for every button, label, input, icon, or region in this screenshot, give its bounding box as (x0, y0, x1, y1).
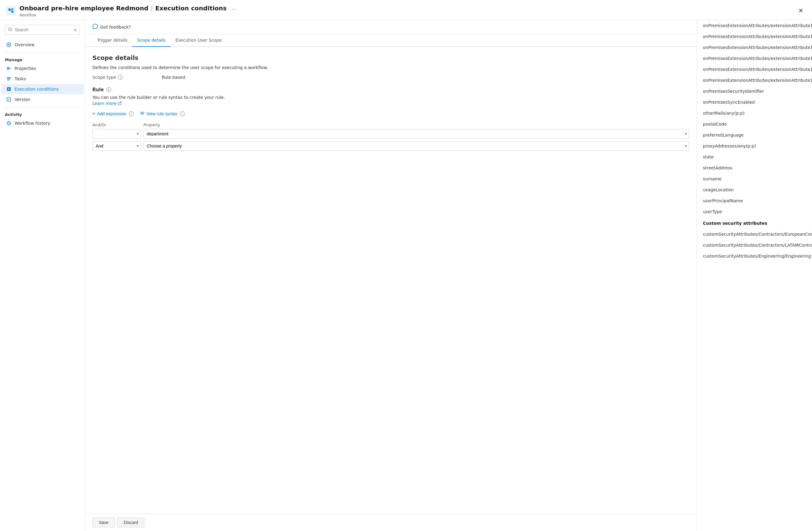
scope-type-label: Scope type i (92, 75, 123, 80)
svg-rect-12 (7, 77, 11, 78)
dropdown-item[interactable]: otherMails/any(p:p) (697, 108, 812, 118)
svg-line-3 (10, 9, 12, 10)
sidebar-item-version[interactable]: v Version (1, 94, 84, 104)
dropdown-item[interactable]: onPremisesSecurityIdentifier (697, 86, 812, 97)
learn-more-link[interactable]: Learn more (92, 101, 121, 106)
scope-type-value: Rule based (162, 75, 185, 80)
dropdown-item[interactable]: state (697, 152, 812, 163)
svg-point-8 (8, 44, 10, 45)
dropdown-item[interactable]: proxyAddresses/any(p:p) (697, 140, 812, 152)
dropdown-item[interactable]: usageLocation (697, 184, 812, 195)
sidebar-item-properties[interactable]: Properties (1, 63, 84, 74)
scope-description: Defines the conditions used to determine… (92, 65, 689, 70)
svg-rect-13 (7, 79, 11, 79)
dropdown-item[interactable]: onPremisesSyncEnabled (697, 97, 812, 108)
svg-rect-9 (7, 67, 10, 68)
tasks-icon (6, 76, 12, 82)
scope-type-row: Scope type i Rule based (92, 75, 689, 80)
manage-divider (5, 52, 80, 53)
dropdown-item[interactable]: preferredLanguage (697, 129, 812, 140)
dropdown-panel: onPremisesExtensionAttributes/extensionA… (697, 20, 812, 531)
workflow-icon (6, 6, 16, 15)
rule-table: And/Or Property And Or ▾ (92, 123, 689, 151)
properties-label: Properties (15, 66, 36, 71)
activity-section-label: Activity (0, 110, 85, 118)
dropdown-item[interactable]: customSecurityAttributes/Engineering/Eng… (697, 251, 812, 262)
dropdown-item[interactable]: customSecurityAttributes/Contractors/Eur… (697, 229, 812, 240)
workflow-history-label: Workflow history (15, 121, 50, 126)
dropdown-item[interactable]: postalCode (697, 118, 812, 129)
dropdown-item[interactable]: userType (697, 206, 812, 217)
sidebar-item-workflow-history[interactable]: Workflow history (1, 118, 84, 128)
dropdown-item[interactable]: onPremisesExtensionAttributes/extensionA… (697, 75, 812, 86)
tasks-label: Tasks (15, 76, 26, 81)
property-column-header: Property (143, 123, 689, 127)
search-input-wrap: « (5, 25, 80, 35)
properties-icon (6, 66, 12, 71)
svg-line-4 (10, 10, 12, 12)
and-or-select-1[interactable]: And Or (92, 129, 141, 139)
dropdown-item[interactable]: surname (697, 173, 812, 184)
dropdown-item[interactable]: userPrincipalName (697, 195, 812, 206)
header-separator: | (151, 4, 153, 12)
search-input[interactable] (15, 27, 71, 32)
header-left: Onboard pre-hire employee Redmond | Exec… (6, 4, 238, 17)
svg-point-20 (142, 113, 143, 114)
scope-content: Scope details Defines the conditions use… (85, 47, 697, 514)
svg-rect-2 (12, 11, 13, 13)
manage-section-label: Manage (0, 55, 85, 63)
dropdown-item[interactable]: streetAddress (697, 163, 812, 173)
overview-label: Overview (15, 42, 35, 47)
collapse-sidebar-button[interactable]: « (74, 27, 76, 32)
feedback-icon (92, 24, 98, 30)
dropdown-item[interactable]: customSecurityAttributes/Contractors/LAT… (697, 240, 812, 251)
property-select-wrap-1: department ▾ (143, 129, 689, 139)
close-button[interactable]: ✕ (796, 6, 806, 15)
rule-section: Rule i You can use the rule builder or r… (92, 87, 689, 151)
tab-scope-details[interactable]: Scope details (132, 34, 171, 47)
rule-description: You can use the rule builder or rule syn… (92, 95, 689, 100)
subtitle-right: Execution conditions (155, 4, 227, 12)
sidebar-item-execution-conditions[interactable]: Execution conditions (1, 84, 84, 94)
svg-rect-1 (12, 9, 13, 10)
eye-icon (140, 111, 145, 116)
rule-actions: + Add expression i View rule syntax i (92, 111, 689, 116)
save-button[interactable]: Save (92, 518, 115, 527)
svg-rect-14 (7, 80, 10, 80)
dropdown-item[interactable]: onPremisesExtensionAttributes/extensionA… (697, 31, 812, 42)
app-container: Onboard pre-hire employee Redmond | Exec… (0, 0, 812, 531)
dropdown-section-header: Custom security attributes (697, 217, 812, 229)
property-select-2[interactable]: Choose a property (143, 141, 689, 151)
add-expression-info-icon[interactable]: i (129, 111, 134, 116)
svg-rect-0 (9, 9, 10, 11)
main-layout: « Overview Manage Properties (0, 20, 812, 531)
execution-conditions-icon (6, 86, 12, 92)
rule-info-icon[interactable]: i (106, 87, 111, 92)
dropdown-item[interactable]: onPremisesExtensionAttributes/extensionA… (697, 53, 812, 64)
header-ellipsis-button[interactable]: ... (229, 4, 238, 13)
workflow-history-icon (6, 121, 12, 126)
and-or-column-header: And/Or (92, 123, 141, 127)
discard-button[interactable]: Discard (117, 518, 144, 527)
sidebar-item-overview[interactable]: Overview (1, 40, 84, 50)
title-text: Onboard pre-hire employee Redmond (19, 4, 148, 12)
tab-trigger-details[interactable]: Trigger details (92, 34, 132, 47)
tab-execution-user-scope[interactable]: Execution User Scope (171, 34, 227, 47)
view-rule-syntax-button[interactable]: View rule syntax i (140, 111, 185, 116)
dropdown-item[interactable]: onPremisesExtensionAttributes/extensionA… (697, 20, 812, 31)
and-or-select-2[interactable]: And Or (92, 141, 141, 151)
sidebar-item-tasks[interactable]: Tasks (1, 74, 84, 84)
dropdown-list: onPremisesExtensionAttributes/extensionA… (697, 20, 812, 262)
svg-rect-10 (7, 68, 11, 69)
header-actions: ✕ (796, 6, 806, 15)
version-label: Version (15, 97, 30, 102)
property-select-wrap-2: Choose a property ▾ (143, 141, 689, 151)
property-select-1[interactable]: department (143, 129, 689, 139)
svg-text:v: v (8, 98, 10, 101)
view-syntax-info-icon[interactable]: i (180, 111, 185, 116)
search-box: « (5, 25, 80, 35)
scope-type-info-icon[interactable]: i (118, 75, 123, 80)
dropdown-item[interactable]: onPremisesExtensionAttributes/extensionA… (697, 64, 812, 75)
dropdown-item[interactable]: onPremisesExtensionAttributes/extensionA… (697, 42, 812, 53)
add-expression-button[interactable]: + Add expression i (92, 111, 134, 116)
